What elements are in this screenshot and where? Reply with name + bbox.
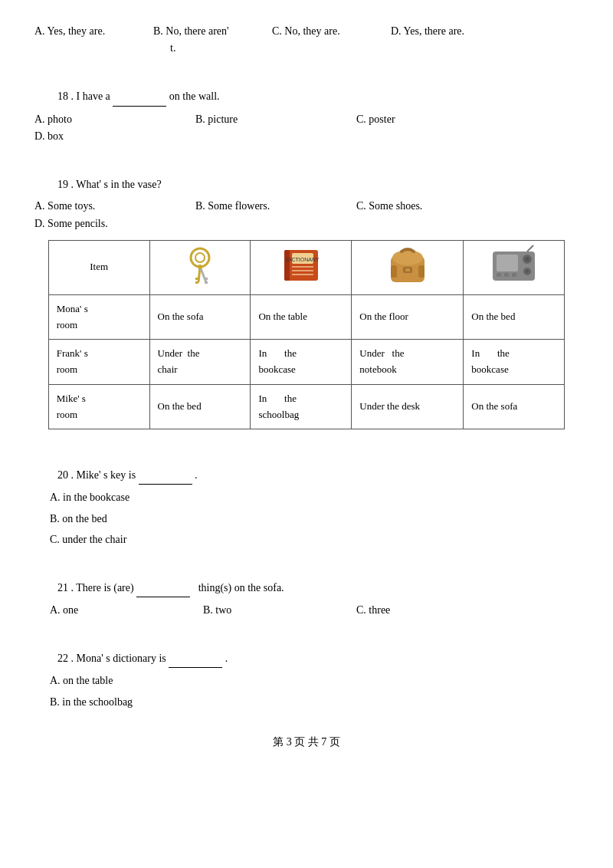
svg-rect-10: [284, 250, 290, 281]
table-row-mike: Mike' sroom On the bed In theschoolbag U…: [48, 384, 565, 429]
q22-optB: B. in the schoolbag: [50, 696, 133, 708]
svg-rect-20: [391, 265, 397, 278]
q20-suffix: .: [195, 469, 198, 481]
q19-optC: C. Some shoes.: [356, 198, 510, 215]
table-cell-mona-c3: On the floor: [352, 294, 464, 340]
q20-optB: B. on the bed: [50, 513, 107, 524]
svg-rect-31: [512, 273, 516, 277]
table-cell-mona-c1: On the sofa: [149, 294, 251, 340]
q18-optD: D. box: [34, 128, 188, 145]
svg-rect-29: [497, 273, 501, 277]
q19-optA: A. Some toys.: [34, 198, 188, 215]
table-cell-frank-c3: Under thenotebook: [352, 340, 464, 385]
table-header-row: Item: [48, 240, 565, 294]
q22-suffix: .: [225, 653, 228, 664]
radio-icon: [489, 244, 539, 286]
svg-text:DICTIONARY: DICTIONARY: [286, 257, 319, 262]
q18-blank: [113, 88, 166, 106]
table-cell-mike-c1: On the bed: [149, 384, 251, 429]
svg-rect-6: [204, 278, 208, 280]
svg-point-0: [191, 248, 209, 267]
q18-section: 18 . I have a on the wall. A. photo B. p…: [34, 88, 579, 145]
svg-rect-4: [195, 281, 198, 284]
schoolbag-icon: [385, 244, 431, 286]
table-row-frank: Frank' sroom Under thechair In thebookca…: [48, 340, 565, 385]
q17-optB: B. No, there aren' t.: [153, 23, 272, 58]
table-cell-mike-c2: In theschoolbag: [251, 384, 352, 429]
q21-text2: thing(s) on the sofa.: [198, 582, 284, 593]
table-row-mona: Mona' sroom On the sofa On the table On …: [48, 294, 565, 340]
table-cell-mona-c4: On the bed: [464, 294, 565, 340]
table-cell-frank-label: Frank' sroom: [48, 340, 149, 385]
table-cell-mona-c2: On the table: [251, 294, 352, 340]
table-cell-frank-c1: Under thechair: [149, 340, 251, 385]
table-cell-frank-c4: In thebookcase: [464, 340, 565, 385]
q19-text: 19 . What' s in the vase?: [57, 179, 162, 190]
q22-blank: [169, 650, 222, 668]
page-footer: 第 3 页 共 7 页: [34, 734, 579, 751]
q21-text: 21 . There is (are): [57, 582, 134, 593]
table-header-radio: [464, 240, 565, 294]
table-header-schoolbag: [352, 240, 464, 294]
q21-optB: B. two: [203, 602, 356, 619]
svg-rect-21: [418, 265, 425, 278]
table-header-dictionary: DICTIONARY: [251, 240, 352, 294]
q18-optB: B. picture: [195, 111, 349, 128]
q20-optC: C. under the chair: [50, 534, 126, 545]
q21-optC: C. three: [356, 602, 510, 619]
q21-optA: A. one: [50, 602, 203, 619]
svg-point-1: [195, 253, 205, 262]
q17-optC: C. No, they are.: [272, 23, 391, 40]
table-cell-mike-c3: Under the desk: [352, 384, 464, 429]
q22-text: 22 . Mona' s dictionary is: [57, 653, 166, 664]
svg-rect-30: [504, 273, 509, 277]
svg-point-27: [526, 270, 529, 273]
keys-icon: [177, 244, 223, 286]
q18-text2: on the wall.: [169, 90, 220, 102]
table-cell-mona-label: Mona' sroom: [48, 294, 149, 340]
svg-line-28: [527, 245, 533, 252]
svg-rect-23: [497, 255, 518, 271]
q21-blank: [136, 580, 190, 597]
q17-section: A. Yes, they are. B. No, there aren' t. …: [34, 23, 579, 58]
q17-optA: A. Yes, they are.: [34, 23, 153, 40]
table-cell-mike-label: Mike' sroom: [48, 384, 149, 429]
table-header-keys: [149, 240, 251, 294]
q20-text: 20 . Mike' s key is: [57, 469, 136, 481]
q18-optC: C. poster: [356, 111, 510, 128]
q22-section: 22 . Mona' s dictionary is . A. on the t…: [34, 650, 579, 711]
svg-rect-7: [205, 281, 208, 284]
svg-rect-3: [195, 278, 199, 280]
q20-optA: A. in the bookcase: [50, 492, 129, 503]
q22-optA: A. on the table: [50, 675, 113, 686]
q21-section: 21 . There is (are) thing(s) on the sofa…: [34, 580, 579, 620]
footer-text: 第 3 页 共 7 页: [273, 736, 340, 748]
svg-point-17: [392, 250, 423, 265]
q19-optD: D. Some pencils.: [34, 215, 188, 232]
q18-text: 18 . I have a: [57, 90, 110, 102]
table-header-item: Item: [48, 240, 149, 294]
svg-rect-19: [405, 268, 410, 271]
q17-optD: D. Yes, there are.: [391, 23, 464, 40]
dictionary-icon: DICTIONARY: [278, 244, 324, 286]
q19-section: 19 . What' s in the vase? A. Some toys. …: [34, 176, 579, 232]
q20-blank: [139, 467, 192, 485]
items-table: Item: [48, 240, 565, 430]
svg-point-25: [525, 257, 529, 261]
q19-optB: B. Some flowers.: [195, 198, 349, 215]
table-cell-mike-c4: On the sofa: [464, 384, 565, 429]
q20-section: 20 . Mike' s key is . A. in the bookcase…: [34, 467, 579, 549]
svg-point-8: [198, 265, 202, 269]
table-cell-frank-c2: In thebookcase: [251, 340, 352, 385]
q18-optA: A. photo: [34, 111, 188, 128]
